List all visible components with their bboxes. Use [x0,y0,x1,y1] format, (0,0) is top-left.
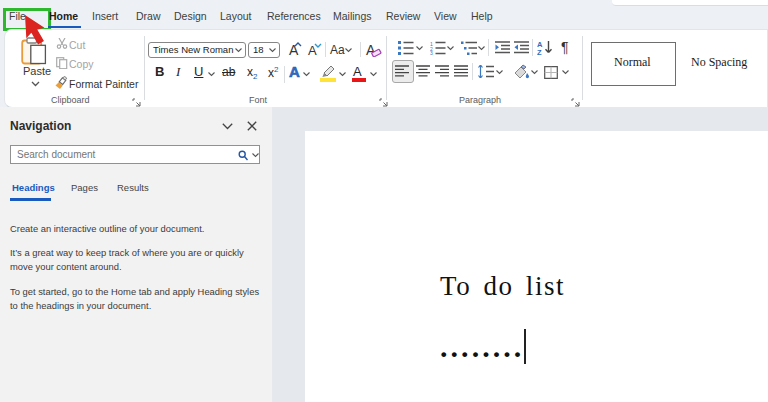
svg-text:Z: Z [537,48,542,55]
svg-text:3: 3 [430,50,433,55]
